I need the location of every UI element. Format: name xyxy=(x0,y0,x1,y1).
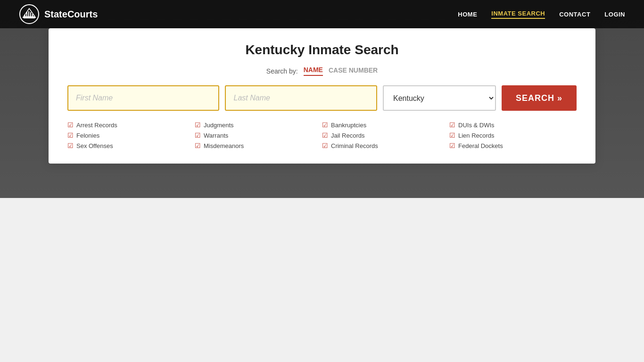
svg-rect-7 xyxy=(23,17,36,18)
checkbox-item: ☑Felonies xyxy=(67,132,195,139)
checkbox-item: ☑Misdemeanors xyxy=(195,142,322,149)
checkbox-icon: ☑ xyxy=(67,121,74,129)
checkbox-item: ☑Lien Records xyxy=(449,132,577,139)
search-button[interactable]: SEARCH » xyxy=(502,85,577,111)
checkbox-icon: ☑ xyxy=(67,132,74,139)
checkbox-icon: ☑ xyxy=(449,121,455,129)
checkbox-icon: ☑ xyxy=(322,121,328,129)
checkbox-item: ☑Jail Records xyxy=(322,132,449,139)
checkbox-label: DUIs & DWIs xyxy=(458,122,495,129)
checkbox-label: Lien Records xyxy=(458,132,495,139)
checkbox-label: Federal Dockets xyxy=(458,142,503,149)
checkbox-label: Jail Records xyxy=(331,132,365,139)
search-inputs-row: Kentucky Alabama Alaska California Texas… xyxy=(67,85,577,111)
checkbox-icon: ☑ xyxy=(195,121,201,129)
svg-rect-6 xyxy=(32,14,33,17)
checkbox-item: ☑Judgments xyxy=(195,121,322,129)
checkbox-icon: ☑ xyxy=(195,142,201,149)
tab-case-number[interactable]: CASE NUMBER xyxy=(329,66,378,75)
checkbox-icon: ☑ xyxy=(67,142,74,149)
tab-name[interactable]: NAME xyxy=(304,66,323,76)
checkbox-item: ☑Bankruptcies xyxy=(322,121,449,129)
search-by-row: Search by: NAME CASE NUMBER xyxy=(67,66,577,76)
checkbox-item: ☑Criminal Records xyxy=(322,142,449,149)
nav-home[interactable]: HOME xyxy=(458,11,477,18)
checkbox-label: Misdemeanors xyxy=(204,142,244,149)
checkbox-label: Criminal Records xyxy=(331,142,378,149)
nav-contact[interactable]: CONTACT xyxy=(559,11,590,18)
checkbox-item: ☑DUIs & DWIs xyxy=(449,121,577,129)
logo-text: StateCourts xyxy=(44,9,98,20)
site-header: StateCourts HOME INMATE SEARCH CONTACT L… xyxy=(0,0,644,28)
first-name-input[interactable] xyxy=(67,85,219,111)
checkbox-item: ☑Federal Dockets xyxy=(449,142,577,149)
checkbox-icon: ☑ xyxy=(322,132,328,139)
checkbox-item: ☑Warrants xyxy=(195,132,322,139)
checkbox-label: Sex Offenses xyxy=(76,142,113,149)
logo-area: StateCourts xyxy=(19,4,98,25)
checkbox-label: Warrants xyxy=(204,132,228,139)
checkbox-icon: ☑ xyxy=(449,142,455,149)
logo-icon xyxy=(19,4,40,25)
checkboxes-grid: ☑Arrest Records☑Judgments☑Bankruptcies☑D… xyxy=(67,121,577,149)
checkbox-icon: ☑ xyxy=(322,142,328,149)
checkbox-label: Arrest Records xyxy=(76,122,117,129)
search-by-label: Search by: xyxy=(266,67,298,75)
search-card: Kentucky Inmate Search Search by: NAME C… xyxy=(49,28,595,164)
checkbox-label: Bankruptcies xyxy=(331,122,366,129)
checkbox-icon: ☑ xyxy=(195,132,201,139)
last-name-input[interactable] xyxy=(225,85,377,111)
checkbox-label: Judgments xyxy=(204,122,234,129)
nav-login[interactable]: LOGIN xyxy=(604,11,625,18)
checkbox-label: Felonies xyxy=(76,132,99,139)
main-nav: HOME INMATE SEARCH CONTACT LOGIN xyxy=(458,10,625,19)
checkbox-item: ☑Arrest Records xyxy=(67,121,195,129)
checkbox-icon: ☑ xyxy=(449,132,455,139)
checkbox-item: ☑Sex Offenses xyxy=(67,142,195,149)
state-select[interactable]: Kentucky Alabama Alaska California Texas xyxy=(383,85,496,111)
nav-inmate-search[interactable]: INMATE SEARCH xyxy=(491,10,545,19)
search-card-title: Kentucky Inmate Search xyxy=(67,42,577,58)
